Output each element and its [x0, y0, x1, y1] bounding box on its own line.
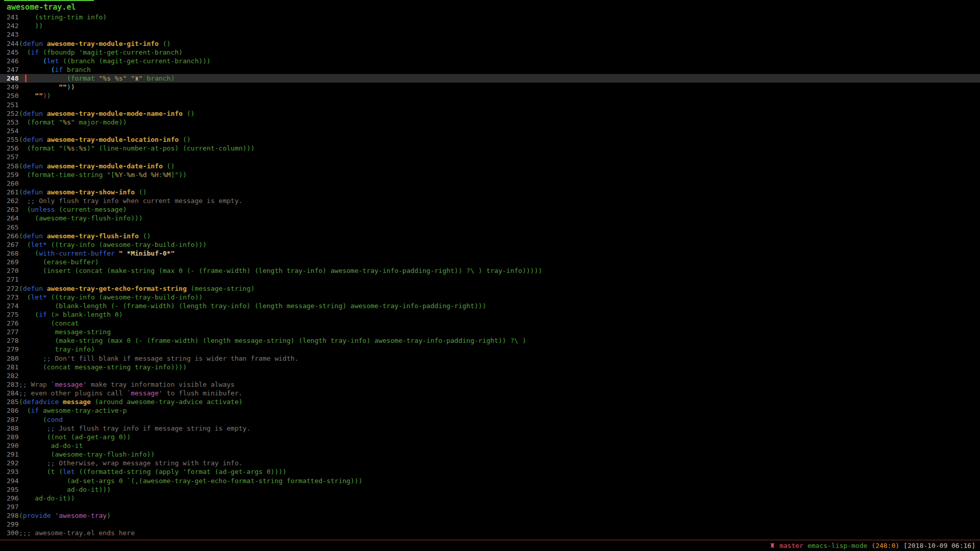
- code-line[interactable]: 292 ;; Otherwise, wrap message string wi…: [0, 459, 980, 467]
- code-line[interactable]: 273 (let* ((tray-info (awesome-tray-buil…: [0, 293, 980, 302]
- code-line[interactable]: 284;; even other plugins call `message' …: [0, 389, 980, 397]
- code-text: (if (fboundp 'magit-get-current-branch): [19, 48, 183, 56]
- code-line[interactable]: 255(defun awesome-tray-module-location-i…: [0, 135, 980, 144]
- code-text: (defun awesome-tray-get-echo-format-stri…: [19, 285, 255, 292]
- code-line[interactable]: 247 (if branch: [0, 65, 980, 74]
- code-line[interactable]: 263 (unless (current-message): [0, 205, 980, 214]
- line-number: 266: [0, 232, 19, 240]
- line-number: 258: [0, 162, 19, 170]
- code-line[interactable]: 286 (if awesome-tray-active-p: [0, 406, 980, 415]
- code-line[interactable]: 249 "")): [0, 83, 980, 91]
- code-line[interactable]: 274 (blank-length (- (frame-width) (leng…: [0, 302, 980, 310]
- modeline: ♜ master emacs-lisp-mode (248:0) [2018-1…: [0, 540, 980, 551]
- code-line[interactable]: 299: [0, 520, 980, 529]
- code-line[interactable]: 285(defadvice message (around awesome-tr…: [0, 397, 980, 406]
- code-text: (provide 'awesome-tray): [19, 512, 111, 519]
- code-text: ad-do-it: [19, 442, 83, 449]
- code-line[interactable]: 279 tray-info): [0, 345, 980, 354]
- code-text: ;;; awesome-tray.el ends here: [19, 529, 135, 537]
- git-branch-icon: ♜: [769, 542, 775, 549]
- code-line[interactable]: 291 (awesome-tray-flush-info)): [0, 450, 980, 459]
- code-line[interactable]: 280 ;; Don't fill blank if message strin…: [0, 354, 980, 363]
- code-text: (format "%s" major-mode)): [19, 118, 127, 126]
- code-text: (defun awesome-tray-module-date-info (): [19, 162, 175, 170]
- code-line[interactable]: 265: [0, 223, 980, 232]
- code-line[interactable]: 266(defun awesome-tray-flush-info (): [0, 232, 980, 240]
- code-line[interactable]: 268 (with-current-buffer " *Minibuf-0*": [0, 249, 980, 258]
- line-number: 294: [0, 477, 19, 485]
- code-line[interactable]: 251: [0, 101, 980, 109]
- code-line[interactable]: 289 ((not (ad-get-arg 0)): [0, 433, 980, 441]
- code-text: (defun awesome-tray-module-mode-name-inf…: [19, 110, 194, 117]
- code-line[interactable]: 276 (concat: [0, 319, 980, 328]
- code-text: ((not (ad-get-arg 0)): [19, 433, 131, 441]
- code-line[interactable]: 264 (awesome-tray-flush-info))): [0, 214, 980, 222]
- code-line[interactable]: 282: [0, 371, 980, 380]
- code-text: (defun awesome-tray-module-git-info (): [19, 40, 170, 47]
- code-line-current[interactable]: 248 (format "%s %s" "♜" branch): [0, 74, 980, 83]
- code-text: (with-current-buffer " *Minibuf-0*": [19, 249, 175, 257]
- code-line[interactable]: 252(defun awesome-tray-module-mode-name-…: [0, 109, 980, 118]
- code-line[interactable]: 262 ;; Only flush tray info when current…: [0, 196, 980, 205]
- code-text: ;; Just flush tray info if message strin…: [19, 424, 251, 432]
- line-number: 247: [0, 65, 19, 74]
- code-line[interactable]: 296 ad-do-it)): [0, 494, 980, 503]
- code-line[interactable]: 288 ;; Just flush tray info if message s…: [0, 424, 980, 433]
- code-line[interactable]: 258(defun awesome-tray-module-date-info …: [0, 162, 980, 170]
- code-line[interactable]: 271: [0, 275, 980, 284]
- code-line[interactable]: 246 (let ((branch (magit-get-current-bra…: [0, 57, 980, 65]
- line-number: 265: [0, 223, 19, 232]
- code-text: (awesome-tray-flush-info))): [19, 214, 143, 222]
- code-line[interactable]: 244(defun awesome-tray-module-git-info (…: [0, 39, 980, 48]
- git-branch-name[interactable]: master: [779, 542, 803, 549]
- code-line[interactable]: 241 (string-trim info): [0, 13, 980, 21]
- code-line[interactable]: 260: [0, 179, 980, 188]
- line-number: 259: [0, 170, 19, 179]
- code-text: ;; Only flush tray info when current mes…: [19, 197, 242, 205]
- code-line[interactable]: 253 (format "%s" major-mode)): [0, 118, 980, 127]
- line-number: 284: [0, 389, 19, 397]
- code-line[interactable]: 243: [0, 30, 980, 39]
- line-number: 271: [0, 275, 19, 284]
- code-line[interactable]: 277 message-string: [0, 328, 980, 336]
- code-line[interactable]: 259 (format-time-string "[%Y-%m-%d %H:%M…: [0, 170, 980, 179]
- code-line[interactable]: 261(defun awesome-tray-show-info (): [0, 188, 980, 196]
- code-line[interactable]: 270 (insert (concat (make-string (max 0 …: [0, 266, 980, 275]
- code-line[interactable]: 267 (let* ((tray-info (awesome-tray-buil…: [0, 240, 980, 249]
- code-line[interactable]: 256 (format "(%s:%s)" (line-number-at-po…: [0, 144, 980, 153]
- text-cursor: [25, 74, 27, 82]
- code-line[interactable]: 242 )): [0, 21, 980, 30]
- code-line[interactable]: 257: [0, 153, 980, 161]
- line-number: 267: [0, 240, 19, 249]
- code-line[interactable]: 300;;; awesome-tray.el ends here: [0, 529, 980, 537]
- code-text: "")): [19, 83, 75, 91]
- line-number: 257: [0, 153, 19, 161]
- code-line[interactable]: 250 "")): [0, 91, 980, 100]
- line-number: 300: [0, 529, 19, 537]
- code-line[interactable]: 283;; Wrap `message' make tray informati…: [0, 380, 980, 389]
- code-text: (make-string (max 0 (- (frame-width) (le…: [19, 337, 526, 344]
- code-line[interactable]: 245 (if (fboundp 'magit-get-current-bran…: [0, 48, 980, 57]
- code-line[interactable]: 278 (make-string (max 0 (- (frame-width)…: [0, 336, 980, 345]
- code-line[interactable]: 295 ad-do-it))): [0, 485, 980, 494]
- code-line[interactable]: 287 (cond: [0, 415, 980, 424]
- code-line[interactable]: 293 (t (let ((formatted-string (apply 'f…: [0, 467, 980, 476]
- code-line[interactable]: 294 (ad-set-args 0 `(,(awesome-tray-get-…: [0, 477, 980, 485]
- code-line[interactable]: 297: [0, 503, 980, 511]
- code-line[interactable]: 254: [0, 127, 980, 135]
- code-text: (concat: [19, 319, 79, 327]
- code-line[interactable]: 281 (concat message-string tray-info)))): [0, 363, 980, 371]
- code-text: )): [19, 22, 43, 30]
- code-text: (t (let ((formatted-string (apply 'forma…: [19, 468, 286, 475]
- line-number: 272: [0, 284, 19, 293]
- code-line[interactable]: 298(provide 'awesome-tray): [0, 511, 980, 520]
- line-number: 270: [0, 266, 19, 275]
- code-line[interactable]: 275 (if (> blank-length 0): [0, 310, 980, 319]
- line-number: 299: [0, 520, 19, 529]
- code-text: (awesome-tray-flush-info)): [19, 450, 155, 458]
- major-mode-name[interactable]: emacs-lisp-mode: [807, 542, 867, 549]
- code-line[interactable]: 290 ad-do-it: [0, 441, 980, 450]
- code-line[interactable]: 272(defun awesome-tray-get-echo-format-s…: [0, 284, 980, 293]
- code-line[interactable]: 269 (erase-buffer): [0, 258, 980, 266]
- code-editor[interactable]: 241 (string-trim info)242 ))243244(defun…: [0, 13, 980, 537]
